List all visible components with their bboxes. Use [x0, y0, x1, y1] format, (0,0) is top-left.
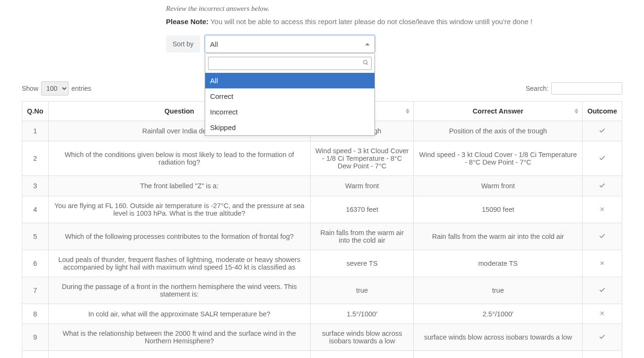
check-icon — [599, 182, 606, 190]
please-note-text: You will not be able to access this repo… — [209, 17, 532, 26]
cell-question: What is the relationship between the 200… — [48, 324, 310, 351]
search-label: Search: — [526, 85, 548, 92]
cell-qno: 3 — [22, 176, 49, 196]
header-qno[interactable]: Q.No — [22, 102, 49, 121]
dropdown-option-all[interactable]: All — [205, 73, 374, 88]
check-icon — [599, 233, 606, 241]
cell-your-answer: Wind speed - 3 kt Cloud Cover - 1/8 Ci T… — [310, 141, 414, 176]
sort-arrows-icon — [406, 109, 409, 114]
search-input[interactable] — [551, 82, 622, 95]
cell-correct-answer: moderate TS — [414, 250, 583, 277]
cell-your-answer: 240 deg 05 knots — [310, 351, 414, 358]
sort-dropdown-panel: All Correct Incorrect Skipped — [205, 54, 375, 136]
cell-qno: 1 — [22, 121, 49, 141]
dropdown-search-input[interactable] — [208, 57, 372, 70]
cell-your-answer: 16370 feet — [310, 196, 414, 223]
review-instruction: Review the incorrect answers below. — [166, 5, 622, 13]
cell-outcome — [583, 121, 622, 141]
cell-outcome — [583, 176, 622, 196]
cell-correct-answer: surface winds blow across isobars toward… — [414, 324, 583, 351]
cell-question: Loud peals of thunder, frequent flashes … — [48, 250, 310, 277]
cross-icon — [599, 310, 605, 318]
cross-icon — [599, 206, 605, 214]
table-row: 8In cold air, what will the approximate … — [22, 304, 622, 324]
cell-qno: 10 — [22, 351, 49, 358]
cell-qno: 7 — [22, 277, 49, 304]
cell-question: Which of the following processes contrib… — [48, 223, 310, 250]
cell-qno: 8 — [22, 304, 49, 324]
cell-correct-answer: Wind speed - 3 kt Cloud Cover - 1/8 Ci T… — [414, 141, 583, 176]
cell-outcome — [583, 304, 622, 324]
cell-qno: 2 — [22, 141, 49, 176]
cell-your-answer: surface winds blow across isobars toward… — [310, 324, 414, 351]
cell-correct-answer: true — [414, 277, 583, 304]
show-entries: Show 100 entries — [22, 81, 91, 96]
dropdown-search-wrap — [205, 54, 374, 73]
cell-question: TAF VABB 252100Z 260009 24005KT 3000 FU … — [48, 351, 310, 358]
check-icon — [599, 127, 606, 135]
header-outcome[interactable]: Outcome — [583, 102, 622, 121]
dropdown-option-incorrect[interactable]: Incorrect — [205, 104, 374, 120]
cell-correct-answer: Rain falls from the warm air into the co… — [414, 223, 583, 250]
check-icon — [599, 333, 606, 341]
cell-your-answer: severe TS — [310, 250, 414, 277]
results-table: Q.No Question wer Correct Answer Outcome… — [22, 101, 622, 358]
cell-correct-answer: Warm front — [414, 176, 583, 196]
show-label: Show — [22, 85, 38, 92]
check-icon — [599, 287, 606, 295]
entries-select[interactable]: 100 — [41, 81, 69, 96]
table-row: 9What is the relationship between the 20… — [22, 324, 622, 351]
chevron-up-icon — [365, 43, 370, 45]
cell-correct-answer: 240 deg 05 knots — [414, 351, 583, 358]
header-correct-answer[interactable]: Correct Answer — [414, 102, 583, 121]
cell-outcome — [583, 141, 622, 176]
cell-your-answer: Rain falls from the warm air into the co… — [310, 223, 414, 250]
cross-icon — [599, 260, 605, 268]
cell-qno: 6 — [22, 250, 49, 277]
search-box: Search: — [526, 82, 622, 95]
sort-by-label: Sort by — [166, 35, 200, 52]
sort-by-select[interactable]: All — [205, 35, 375, 53]
cell-qno: 5 — [22, 223, 49, 250]
cell-outcome — [583, 196, 622, 223]
cell-qno: 9 — [22, 324, 49, 351]
cell-correct-answer: Position of the axis of the trough — [414, 121, 583, 141]
sort-arrows-icon — [574, 109, 578, 114]
table-row: 4You are flying at FL 160. Outside air t… — [22, 196, 622, 223]
cell-outcome — [583, 250, 622, 277]
cell-qno: 4 — [22, 196, 49, 223]
cell-outcome — [583, 277, 622, 304]
sort-by-selected: All — [210, 40, 218, 48]
dropdown-option-skipped[interactable]: Skipped — [205, 120, 374, 135]
table-row: 10TAF VABB 252100Z 260009 24005KT 3000 F… — [22, 351, 622, 358]
cell-question: In cold air, what will the approximate S… — [48, 304, 310, 324]
cell-question: During the passage of a front in the nor… — [48, 277, 310, 304]
cell-outcome — [583, 351, 622, 358]
cell-question: Which of the conditions given below is m… — [48, 141, 310, 176]
cell-correct-answer: 15090 feet — [414, 196, 583, 223]
cell-question: You are flying at FL 160. Outside air te… — [48, 196, 310, 223]
cell-correct-answer: 2.5°/1000' — [414, 304, 583, 324]
dropdown-option-correct[interactable]: Correct — [205, 88, 374, 104]
table-row: 3The front labelled "Z" is a:Warm frontW… — [22, 176, 622, 196]
table-row: 7During the passage of a front in the no… — [22, 277, 622, 304]
cell-your-answer: 1.5°/1000' — [310, 304, 414, 324]
please-note: Please Note: You will not be able to acc… — [166, 17, 622, 26]
cell-outcome — [583, 223, 622, 250]
check-icon — [599, 155, 606, 163]
entries-label: entries — [71, 85, 91, 92]
cell-outcome — [583, 324, 622, 351]
cell-your-answer: Warm front — [310, 176, 414, 196]
table-row: 5Which of the following processes contri… — [22, 223, 622, 250]
cell-question: The front labelled "Z" is a: — [48, 176, 310, 196]
cell-your-answer: true — [310, 277, 414, 304]
please-note-label: Please Note: — [166, 17, 209, 26]
table-row: 2Which of the conditions given below is … — [22, 141, 622, 176]
table-row: 6Loud peals of thunder, frequent flashes… — [22, 250, 622, 277]
